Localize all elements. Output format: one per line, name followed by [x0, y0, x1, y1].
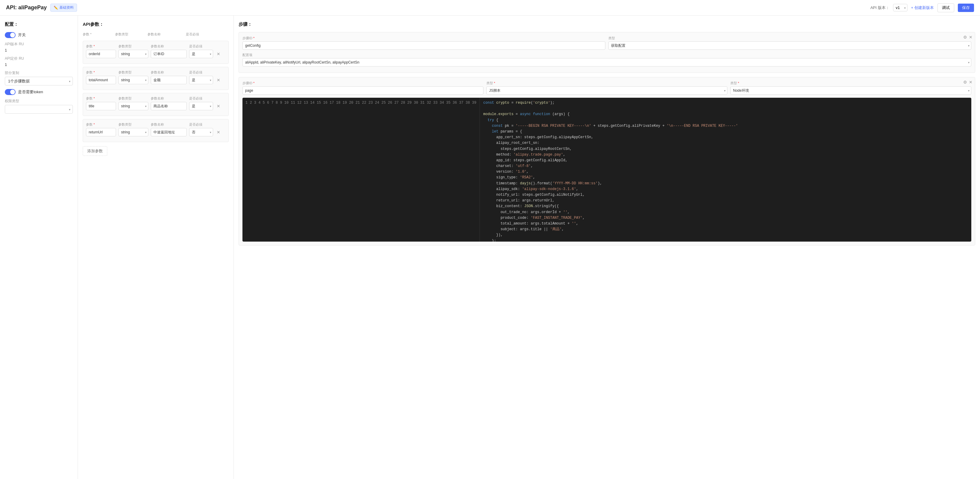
test-button[interactable]: 调试	[937, 3, 954, 12]
step-1-close-icon[interactable]: ✕	[969, 80, 972, 84]
param-3-name-label: 参数名称	[151, 122, 187, 127]
config-panel-title: 配置：	[5, 22, 73, 27]
step-0-type-wrapper: 获取配置	[608, 41, 971, 50]
param-2-name-label: 参数名称	[151, 96, 187, 101]
param-block-0: 参数 * 参数类型 string 参数名称 是否必须 是	[83, 41, 229, 64]
partial-copy-label: 部分复制	[5, 70, 73, 76]
param-0-required-select[interactable]: 是 否	[189, 50, 213, 58]
param-3-type-col: 参数类型 string	[118, 122, 148, 136]
step-0-settings-icon[interactable]: ⚙	[963, 35, 967, 40]
param-blocks-container: 参数 * 参数类型 string 参数名称 是否必须 是	[83, 41, 229, 142]
param-1-required-select[interactable]: 是 否	[189, 76, 213, 84]
api-params-panel: API参数： 参数 * 参数类型 参数名称 是否必须 参数 * 参数类型 str…	[78, 16, 234, 479]
param-block-2: 参数 * 参数类型 string 参数名称 是否必须 是	[83, 93, 229, 116]
param-0-action-col: ✕	[215, 46, 223, 57]
param-3-required-wrapper: 否 是	[189, 128, 213, 136]
step-0-id-input[interactable]	[242, 41, 605, 50]
param-3-type-select[interactable]: string	[118, 128, 148, 136]
step-1-settings-icon[interactable]: ⚙	[963, 80, 967, 84]
param-block-1: 参数 * 参数类型 string 参数名称 是否必须 是	[83, 67, 229, 90]
create-version-button[interactable]: + 创建新版本	[911, 5, 934, 11]
param-0-remove-icon[interactable]: ✕	[215, 51, 221, 57]
save-button[interactable]: 保存	[958, 3, 974, 12]
param-header-type: 参数类型	[115, 32, 145, 37]
param-2-required-select[interactable]: 是 否	[189, 102, 213, 110]
param-0-name-label: 参数名称	[151, 44, 187, 49]
step-1-actions: ⚙ ✕	[963, 80, 972, 84]
param-3-remove-icon[interactable]: ✕	[215, 129, 221, 135]
token-row: 是否需要token	[5, 89, 73, 95]
version-wrapper: v1 v2	[893, 4, 907, 11]
switch-toggle[interactable]	[5, 32, 16, 38]
code-editor[interactable]: 1 2 3 4 5 6 7 8 9 10 11 12 13 14 15 16 1…	[242, 98, 971, 242]
param-3-required-select[interactable]: 否 是	[189, 128, 213, 136]
step-0-id-label: 步骤ID *	[242, 36, 605, 40]
param-0-param-input[interactable]	[86, 50, 116, 58]
param-0-type-select[interactable]: string	[118, 50, 148, 58]
permission-select[interactable]	[5, 105, 73, 114]
param-0-name-input[interactable]	[151, 50, 187, 58]
param-1-name-input[interactable]	[151, 76, 187, 84]
param-2-type-col: 参数类型 string	[118, 96, 148, 110]
param-3-type-wrapper: string	[118, 128, 148, 136]
param-0-required-col: 是否必须 是 否	[189, 44, 213, 58]
token-label: 是否需要token	[18, 89, 43, 95]
param-row-2: 参数 * 参数类型 string 参数名称 是否必须 是	[86, 96, 225, 110]
step-1-type2-label: 类型 *	[730, 81, 971, 86]
param-2-type-wrapper: string	[118, 102, 148, 110]
param-0-param-col: 参数 *	[86, 44, 116, 58]
main-layout: 配置： 开关 API版本 RU 1 API定价 RU 1 部分复制 1个步骤数据…	[0, 16, 980, 479]
param-1-remove-icon[interactable]: ✕	[215, 77, 221, 83]
param-0-param-label: 参数 *	[86, 44, 116, 49]
param-2-name-input[interactable]	[151, 102, 187, 110]
step-1-type-select[interactable]: JS脚本	[487, 86, 727, 95]
param-1-name-label: 参数名称	[151, 70, 187, 75]
basic-info-button[interactable]: ✏️ 基础资料	[50, 3, 77, 12]
param-2-remove-icon[interactable]: ✕	[215, 103, 221, 109]
step-0-config-fields-wrapper: aliAppId, aliPrivateKey, aliNotifyUrl, a…	[242, 58, 971, 67]
step-0-id-col: 步骤ID *	[242, 36, 605, 50]
version-select[interactable]: v1 v2	[893, 4, 907, 11]
step-count-wrapper: 1个步骤数据 2个步骤数据	[5, 77, 73, 86]
param-1-type-label: 参数类型	[118, 70, 148, 75]
switch-row: 开关	[5, 32, 73, 38]
param-2-param-input[interactable]	[86, 102, 116, 110]
permission-wrapper	[5, 105, 73, 114]
step-1-id-label: 步骤ID *	[242, 81, 484, 86]
add-param-button[interactable]: 添加参数	[83, 146, 107, 156]
step-0-type-select[interactable]: 获取配置	[608, 41, 971, 50]
step-1-type2-select[interactable]: Node环境	[730, 86, 971, 95]
param-3-name-input[interactable]	[151, 128, 187, 136]
step-1-type-col: 类型 * JS脚本	[487, 81, 727, 95]
api-params-title: API参数：	[83, 22, 229, 27]
param-1-required-wrapper: 是 否	[189, 76, 213, 84]
step-0-close-icon[interactable]: ✕	[969, 35, 972, 40]
token-toggle[interactable]	[5, 89, 16, 95]
step-0-config-fields-row: 配置项 aliAppId, aliPrivateKey, aliNotifyUr…	[242, 53, 971, 67]
code-content: const crypto = require('crypto'); module…	[480, 98, 971, 242]
param-2-type-label: 参数类型	[118, 96, 148, 101]
permission-label: 权限类型	[5, 99, 73, 104]
param-0-required-wrapper: 是 否	[189, 50, 213, 58]
step-block-1: ⚙ ✕ 步骤ID * 类型 * JS脚本 类型 *	[239, 77, 975, 245]
step-0-id-row: 步骤ID * 类型 获取配置	[242, 36, 971, 50]
param-3-type-label: 参数类型	[118, 122, 148, 127]
top-header: API: aliPagePay ✏️ 基础资料 API 版本： v1 v2 + …	[0, 0, 980, 16]
api-price-value: 1	[5, 62, 73, 67]
param-1-type-col: 参数类型 string	[118, 70, 148, 84]
step-count-select[interactable]: 1个步骤数据 2个步骤数据	[5, 77, 73, 86]
step-1-id-input[interactable]	[242, 86, 484, 95]
param-3-action-col: ✕	[215, 124, 223, 135]
param-1-type-select[interactable]: string	[118, 76, 148, 84]
param-3-param-input[interactable]	[86, 128, 116, 136]
header-left: API: aliPagePay ✏️ 基础资料	[6, 3, 77, 12]
param-row-0: 参数 * 参数类型 string 参数名称 是否必须 是	[86, 44, 225, 58]
step-1-type2-wrapper: Node环境	[730, 86, 971, 95]
step-0-config-fields-select[interactable]: aliAppId, aliPrivateKey, aliNotifyUrl, a…	[242, 58, 971, 67]
param-2-action-col: ✕	[215, 98, 223, 109]
param-1-param-input[interactable]	[86, 76, 116, 84]
param-2-type-select[interactable]: string	[118, 102, 148, 110]
step-0-config-fields-label: 配置项	[242, 53, 971, 57]
api-price-label: API定价 RU	[5, 56, 73, 61]
param-3-required-col: 是否必须 否 是	[189, 122, 213, 136]
